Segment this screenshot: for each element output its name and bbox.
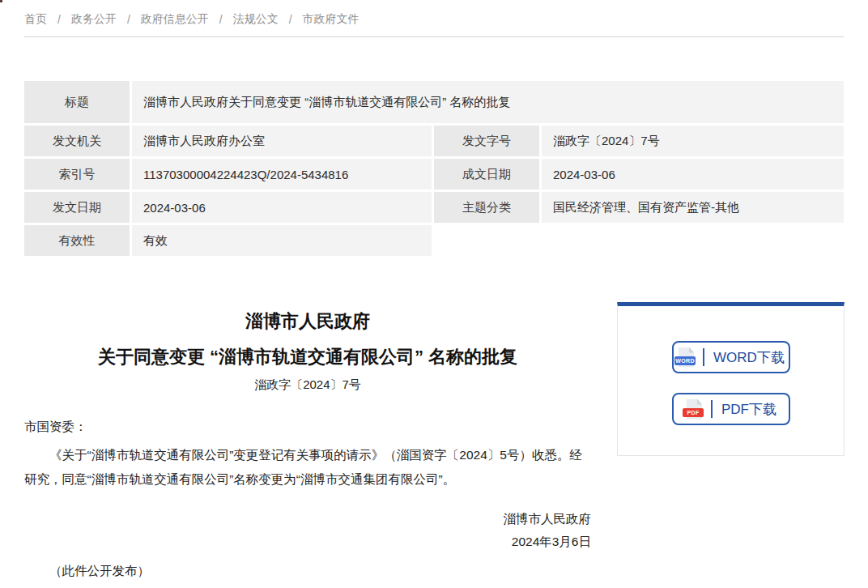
meta-label-validity: 有效性 bbox=[24, 225, 130, 256]
page: 首页 / 政务公开 / 政府信息公开 / 法规公文 / 市政府文件 标题 淄博市… bbox=[0, 0, 868, 588]
meta-label-issue-date: 发文日期 bbox=[24, 192, 130, 223]
signer-name: 淄博市人民政府 bbox=[24, 508, 591, 530]
document-title-line2: 关于同意变更 “淄博市轨道交通有限公司” 名称的批复 bbox=[24, 345, 591, 369]
document-paragraph: 《关于“淄博市轨道交通有限公司”变更登记有关事项的请示》（淄国资字〔2024〕5… bbox=[24, 443, 591, 492]
breadcrumb-separator: / bbox=[57, 13, 61, 26]
button-divider bbox=[711, 400, 713, 418]
meta-value-title: 淄博市人民政府关于同意变更 “淄博市轨道交通有限公司” 名称的批复 bbox=[132, 81, 844, 123]
salutation: 市国资委： bbox=[24, 417, 591, 437]
meta-label-document-number: 发文字号 bbox=[434, 126, 539, 156]
document-meta-table: 标题 淄博市人民政府关于同意变更 “淄博市轨道交通有限公司” 名称的批复 发文机… bbox=[24, 81, 844, 256]
document-body: 淄博市人民政府 关于同意变更 “淄博市轨道交通有限公司” 名称的批复 淄政字〔2… bbox=[24, 300, 591, 581]
breadcrumb-separator: / bbox=[127, 13, 130, 26]
meta-value-subject-category: 国民经济管理、国有资产监管-其他 bbox=[542, 192, 844, 223]
pdf-download-label: PDF下载 bbox=[721, 400, 777, 419]
button-divider bbox=[703, 348, 704, 366]
breadcrumb-divider bbox=[24, 36, 844, 37]
breadcrumb: 首页 / 政务公开 / 政府信息公开 / 法规公文 / 市政府文件 bbox=[24, 12, 360, 27]
meta-value-validity: 有效 bbox=[132, 225, 432, 256]
meta-label-index-number: 索引号 bbox=[24, 159, 130, 190]
word-icon-banner: WORD bbox=[674, 356, 696, 365]
pdf-file-icon: PDF bbox=[685, 399, 702, 420]
meta-value-issuing-agency: 淄博市人民政府办公室 bbox=[132, 126, 432, 156]
meta-label-issuing-agency: 发文机关 bbox=[24, 126, 130, 156]
breadcrumb-separator: / bbox=[289, 13, 292, 26]
word-file-icon: WORD bbox=[677, 347, 694, 368]
meta-label-finalized-date: 成文日期 bbox=[434, 159, 539, 190]
meta-value-finalized-date: 2024-03-06 bbox=[542, 159, 844, 190]
document-number: 淄政字〔2024〕7号 bbox=[24, 377, 591, 393]
meta-value-index-number: 11370300004224423Q/2024-5434816 bbox=[132, 159, 432, 190]
breadcrumb-item-municipal-documents[interactable]: 市政府文件 bbox=[303, 12, 360, 27]
document-title-line1: 淄博市人民政府 bbox=[24, 309, 591, 334]
corner-artifact bbox=[0, 0, 2, 2]
meta-label-title: 标题 bbox=[24, 81, 130, 123]
breadcrumb-item-government-affairs[interactable]: 政务公开 bbox=[71, 12, 117, 27]
pdf-download-button[interactable]: PDF PDF下载 bbox=[672, 393, 790, 425]
download-panel: WORD WORD下载 PDF PDF下载 bbox=[617, 302, 845, 456]
word-download-label: WORD下载 bbox=[713, 348, 785, 367]
meta-value-document-number: 淄政字〔2024〕7号 bbox=[542, 126, 844, 156]
meta-label-subject-category: 主题分类 bbox=[434, 192, 539, 223]
word-download-button[interactable]: WORD WORD下载 bbox=[672, 341, 790, 373]
breadcrumb-separator: / bbox=[219, 13, 223, 26]
pdf-icon-banner: PDF bbox=[683, 408, 704, 417]
meta-value-issue-date: 2024-03-06 bbox=[132, 192, 432, 223]
breadcrumb-item-home[interactable]: 首页 bbox=[24, 12, 47, 27]
public-release-note: （此件公开发布） bbox=[24, 561, 591, 581]
signature-date: 2024年3月6日 bbox=[24, 530, 591, 553]
signature-block: 淄博市人民政府 2024年3月6日 bbox=[24, 508, 591, 553]
breadcrumb-item-info-disclosure[interactable]: 政府信息公开 bbox=[141, 12, 209, 27]
breadcrumb-item-regulations[interactable]: 法规公文 bbox=[233, 12, 279, 27]
